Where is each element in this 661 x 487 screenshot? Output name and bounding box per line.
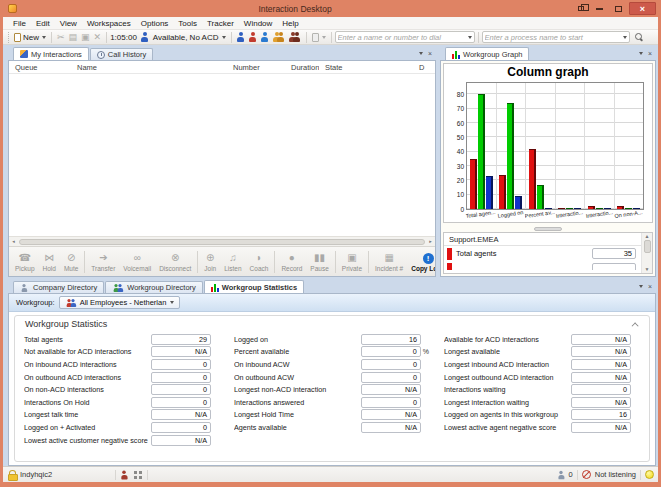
scrollbar-thumb[interactable]: [19, 239, 425, 245]
dial-input[interactable]: [338, 33, 467, 42]
stat-value: N/A: [571, 422, 631, 433]
recording-button[interactable]: [310, 32, 328, 43]
menu-item[interactable]: Edit: [31, 19, 55, 28]
maximize-button[interactable]: [610, 2, 627, 15]
splitter-grip[interactable]: [534, 227, 562, 231]
close-button[interactable]: ×: [629, 2, 656, 15]
stat-label: Agents available: [234, 423, 361, 432]
call-history-icon: [97, 51, 105, 59]
menu-item[interactable]: Tracker: [202, 19, 239, 28]
stat-row: Agents available N/A: [234, 421, 429, 434]
column-header-d[interactable]: D: [413, 63, 435, 72]
search-icon[interactable]: [634, 32, 644, 42]
status-selector[interactable]: Available, No ACD: [151, 32, 228, 43]
workgroup-graph-panel: Workgroup Graph × Column graph 010203040…: [440, 47, 656, 277]
copy-button[interactable]: ▤: [67, 32, 80, 43]
call-button[interactable]: ◗Coach: [246, 248, 273, 276]
stat-label: Interactions waiting: [444, 385, 571, 394]
legend-scrollbar[interactable]: ▲ ▼: [642, 233, 652, 273]
process-input[interactable]: [485, 33, 622, 42]
stat-suffix: %: [421, 348, 429, 355]
cut-button[interactable]: ✂: [55, 32, 67, 43]
column-header-duration[interactable]: Duration: [285, 63, 319, 72]
stat-label: Longest inbound ACD interaction: [444, 360, 571, 369]
menu-item[interactable]: Options: [136, 19, 174, 28]
user-blue-button[interactable]: [235, 31, 247, 43]
panel-close-icon[interactable]: ×: [648, 50, 652, 57]
tab-company-directory[interactable]: Company Directory: [13, 281, 104, 293]
call-button[interactable]: ☎Pickup: [11, 248, 39, 276]
users-brown-button[interactable]: [287, 31, 303, 43]
call-button[interactable]: ➔Transfer: [87, 248, 119, 276]
scroll-down-icon[interactable]: ▼: [645, 267, 650, 272]
user-blue2-button[interactable]: [259, 31, 271, 43]
call-button[interactable]: ⋈Hold: [39, 248, 60, 276]
process-combo[interactable]: [482, 31, 630, 43]
user-status-icon[interactable]: [121, 470, 128, 479]
tab-my-interactions[interactable]: My Interactions: [13, 47, 89, 60]
column-header-number[interactable]: Number: [227, 63, 285, 72]
column-header-queue[interactable]: Queue: [9, 63, 71, 72]
chart-category-label: Logged on: [495, 209, 526, 224]
call-button[interactable]: ▦Incident #: [371, 248, 407, 276]
chart-bar: [588, 206, 595, 209]
horizontal-scrollbar[interactable]: ◂ ▸: [9, 236, 435, 246]
scrollbar-thumb[interactable]: [644, 240, 651, 253]
menu-item[interactable]: File: [8, 19, 31, 28]
menu-item[interactable]: View: [55, 19, 82, 28]
stat-label: On inbound ACD interactions: [24, 360, 151, 369]
column-header-state[interactable]: State: [319, 63, 413, 72]
stat-value: 0: [361, 372, 421, 383]
call-button[interactable]: ▣Private: [338, 248, 366, 276]
call-button[interactable]: ⊘Mute: [60, 248, 82, 276]
graph-tabstrip: Workgroup Graph ×: [440, 47, 656, 60]
copy-logs-button[interactable]: ! Copy Logs: [407, 248, 435, 276]
column-header-name[interactable]: Name: [71, 63, 227, 72]
call-button[interactable]: ▮▮Pause: [306, 248, 332, 276]
call-button[interactable]: ●Record: [277, 248, 306, 276]
scroll-right-icon[interactable]: ▸: [426, 237, 435, 246]
chevron-down-icon: [322, 36, 326, 39]
menu-item[interactable]: Workspaces: [82, 19, 136, 28]
chart-category-label: Percent av...: [525, 209, 556, 224]
panel-menu-icon[interactable]: [639, 52, 643, 55]
chart-category: [467, 83, 497, 209]
chart-bar: [625, 208, 632, 209]
panel-close-icon[interactable]: ×: [648, 283, 652, 290]
call-button[interactable]: ⊗Disconnect: [155, 248, 195, 276]
user-red-button[interactable]: [247, 31, 259, 43]
call-button[interactable]: ⊕Join: [200, 248, 220, 276]
scroll-up-icon[interactable]: ▲: [645, 234, 650, 239]
expand-grid-icon[interactable]: [134, 471, 137, 474]
panel-close-icon[interactable]: ×: [428, 50, 432, 57]
collapse-chevron-icon[interactable]: [632, 322, 639, 329]
tab-call-history[interactable]: Call History: [90, 48, 153, 60]
users-orange-button[interactable]: [271, 31, 287, 43]
call-button-icon: ●: [289, 252, 295, 265]
panel-menu-icon[interactable]: [419, 52, 423, 55]
menu-item[interactable]: Help: [277, 19, 303, 28]
user-blue2-icon: [261, 32, 269, 42]
float-window-button[interactable]: [572, 2, 589, 15]
minimize-button[interactable]: [591, 2, 608, 15]
menu-item[interactable]: Window: [239, 19, 277, 28]
workgroup-dropdown[interactable]: All Employees - Netherlan: [59, 296, 181, 309]
call-button[interactable]: ♫Listen: [220, 248, 245, 276]
chart-category: [526, 83, 556, 209]
tab-workgroup-graph[interactable]: Workgroup Graph: [445, 47, 529, 60]
chart-legend-splitter[interactable]: [441, 225, 655, 232]
new-button[interactable]: New: [12, 32, 48, 43]
scroll-left-icon[interactable]: ◂: [9, 237, 18, 246]
tab-workgroup-statistics[interactable]: Workgroup Statistics: [204, 280, 304, 293]
stat-label: Logged on agents in this workgroup: [444, 410, 571, 419]
panel-menu-icon[interactable]: [639, 285, 643, 288]
call-button[interactable]: ∞Voicemail: [119, 248, 155, 276]
delete-button[interactable]: ✕: [92, 32, 104, 43]
directory-panel: Company Directory Workgroup Directory Wo…: [8, 280, 656, 466]
dial-combo[interactable]: [335, 31, 475, 43]
interactions-tabstrip: My Interactions Call History ×: [8, 47, 436, 60]
tab-workgroup-directory[interactable]: Workgroup Directory: [105, 281, 203, 293]
menu-item[interactable]: Tools: [173, 19, 202, 28]
stat-value: 16: [571, 409, 631, 420]
paste-button[interactable]: ▣: [79, 32, 92, 43]
